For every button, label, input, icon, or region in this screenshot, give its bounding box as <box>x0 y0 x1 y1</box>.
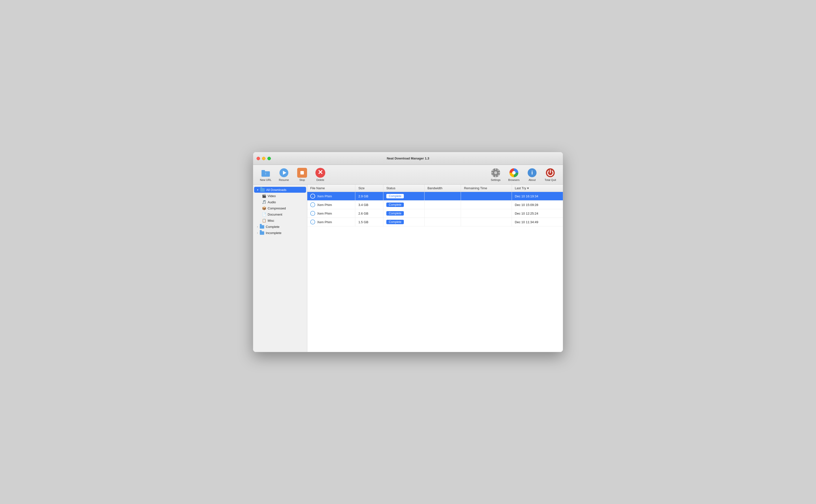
browsers-button[interactable]: Browsers <box>505 167 523 182</box>
cell-size: 3.4 GB <box>355 201 383 209</box>
svg-rect-13 <box>491 172 493 173</box>
complete-folder-icon <box>260 225 264 229</box>
sidebar-item-document[interactable]: 📄 Document <box>259 211 306 217</box>
traffic-lights <box>256 157 271 160</box>
cell-bandwidth <box>424 192 461 201</box>
table-row[interactable]: ↓Xem Phim1.5 GBCompleteDec 10 11:34:49 <box>307 218 563 226</box>
settings-label: Settings <box>491 178 501 181</box>
compressed-label: Compressed <box>268 206 286 210</box>
all-downloads-label: All Downloads <box>266 188 286 192</box>
delete-label: Delete <box>316 178 324 181</box>
cell-bandwidth <box>424 218 461 226</box>
cell-remaining-time <box>461 192 512 201</box>
download-icon: ↓ <box>310 220 315 224</box>
svg-rect-11 <box>495 168 496 170</box>
browsers-icon <box>509 168 519 178</box>
cell-size: 1.5 GB <box>355 218 383 226</box>
svg-rect-6 <box>300 171 304 174</box>
col-status[interactable]: Status <box>383 185 424 192</box>
incomplete-folder-icon <box>260 231 264 235</box>
delete-icon: ✕ <box>315 168 325 178</box>
total-quit-button[interactable]: Total Quit <box>542 167 559 182</box>
sidebar-item-all-downloads[interactable]: ▾ All Downloads <box>254 187 306 193</box>
sidebar-item-incomplete[interactable]: › Incomplete <box>254 230 306 236</box>
svg-text:↑: ↑ <box>265 172 267 175</box>
sidebar-item-compressed[interactable]: 📦 Compressed <box>259 205 306 211</box>
cell-last-try: Dec 10 15:09:28 <box>512 201 563 209</box>
cell-remaining-time <box>461 209 512 218</box>
new-url-label: New URL <box>260 178 271 181</box>
settings-icon <box>491 168 501 178</box>
stop-button[interactable]: Stop <box>293 167 311 182</box>
document-label: Document <box>268 213 282 216</box>
cell-last-try: Dec 10 16:19:34 <box>512 192 563 201</box>
folder-icon <box>260 188 265 192</box>
sidebar-sub-items: 🎬 Video 🎵 Audio 📦 Compressed 📄 Document … <box>253 193 307 223</box>
chevron-right-icon: › <box>257 225 258 228</box>
resume-icon <box>279 168 289 178</box>
complete-label: Complete <box>266 225 279 229</box>
cell-status: Complete <box>383 192 424 201</box>
cell-file-name: ↓Xem Phim <box>307 201 355 209</box>
sidebar-item-complete[interactable]: › Complete <box>254 224 306 230</box>
table-row[interactable]: ↓Xem Phim2.6 GBCompleteDec 10 12:25:24 <box>307 209 563 218</box>
downloads-table: File Name Size Status Bandwidth Remainin <box>307 185 563 226</box>
cell-remaining-time <box>461 218 512 226</box>
cell-size: 2.6 GB <box>355 209 383 218</box>
main-window: Neat Download Manager 1.3 ↑ New URL Resu… <box>253 152 563 352</box>
cell-size: 2.9 GB <box>355 192 383 201</box>
cell-last-try: Dec 10 11:34:49 <box>512 218 563 226</box>
about-label: About <box>529 178 536 181</box>
col-size[interactable]: Size <box>355 185 383 192</box>
cell-status: Complete <box>383 209 424 218</box>
col-file-name[interactable]: File Name <box>307 185 355 192</box>
video-label: Video <box>268 194 276 198</box>
main-content: ▾ All Downloads 🎬 Video 🎵 Audio 📦 Compre… <box>253 185 563 352</box>
incomplete-label: Incomplete <box>266 231 281 235</box>
table-row[interactable]: ↓Xem Phim2.9 GBCompleteDec 10 16:19:34 <box>307 192 563 201</box>
misc-label: Misc <box>268 219 274 222</box>
resume-button[interactable]: Resume <box>275 167 292 182</box>
svg-rect-12 <box>495 175 496 177</box>
close-button[interactable] <box>256 157 260 160</box>
resume-label: Resume <box>279 178 289 181</box>
cell-remaining-time <box>461 201 512 209</box>
table-row[interactable]: ↓Xem Phim3.4 GBCompleteDec 10 15:09:28 <box>307 201 563 209</box>
cell-bandwidth <box>424 209 461 218</box>
video-icon: 🎬 <box>262 194 266 198</box>
delete-button[interactable]: ✕ Delete <box>312 167 329 182</box>
new-url-button[interactable]: ↑ New URL <box>257 167 274 182</box>
about-icon: i <box>527 168 537 178</box>
cell-status: Complete <box>383 218 424 226</box>
stop-label: Stop <box>299 178 305 181</box>
settings-button[interactable]: Settings <box>487 167 504 182</box>
svg-text:✕: ✕ <box>318 169 323 176</box>
col-remaining-time[interactable]: Remaining Time <box>461 185 512 192</box>
minimize-button[interactable] <box>262 157 265 160</box>
sidebar-item-audio[interactable]: 🎵 Audio <box>259 199 306 205</box>
maximize-button[interactable] <box>267 157 271 160</box>
svg-text:i: i <box>531 170 533 176</box>
about-button[interactable]: i About <box>524 167 541 182</box>
status-badge: Complete <box>386 220 404 224</box>
document-icon: 📄 <box>262 212 266 216</box>
sidebar-item-misc[interactable]: 📋 Misc <box>259 218 306 223</box>
col-last-try[interactable]: Last Try ▾ <box>512 185 563 192</box>
sort-icon: ▾ <box>527 186 529 190</box>
cell-file-name: ↓Xem Phim <box>307 218 355 226</box>
download-icon: ↓ <box>310 194 315 199</box>
status-badge: Complete <box>386 194 404 198</box>
status-badge: Complete <box>386 211 404 216</box>
cell-file-name: ↓Xem Phim <box>307 209 355 218</box>
cell-bandwidth <box>424 201 461 209</box>
svg-point-20 <box>512 171 516 174</box>
chevron-down-icon: ▾ <box>257 189 258 191</box>
table-body: ↓Xem Phim2.9 GBCompleteDec 10 16:19:34↓X… <box>307 192 563 226</box>
svg-point-10 <box>494 171 497 174</box>
quit-icon <box>546 168 555 178</box>
total-quit-label: Total Quit <box>545 178 556 181</box>
titlebar: Neat Download Manager 1.3 <box>253 152 563 165</box>
misc-icon: 📋 <box>262 219 266 222</box>
sidebar-item-video[interactable]: 🎬 Video <box>259 193 306 199</box>
col-bandwidth[interactable]: Bandwidth <box>424 185 461 192</box>
